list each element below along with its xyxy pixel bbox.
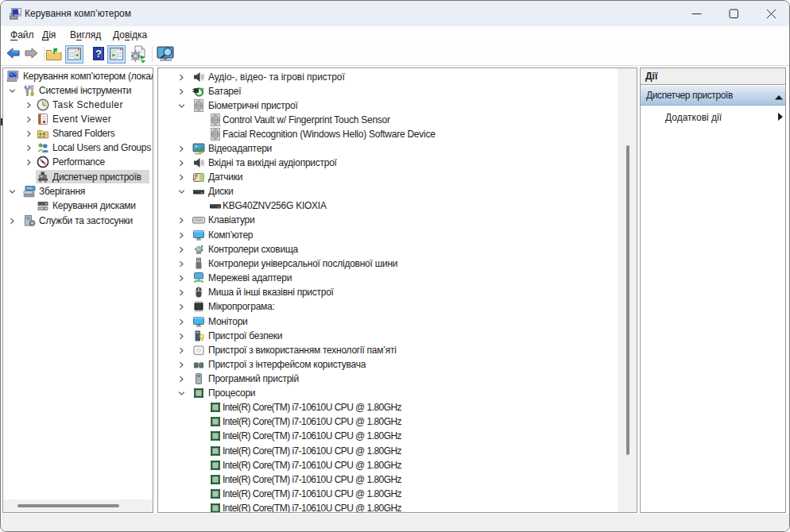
svg-text:?: ? bbox=[95, 48, 102, 60]
